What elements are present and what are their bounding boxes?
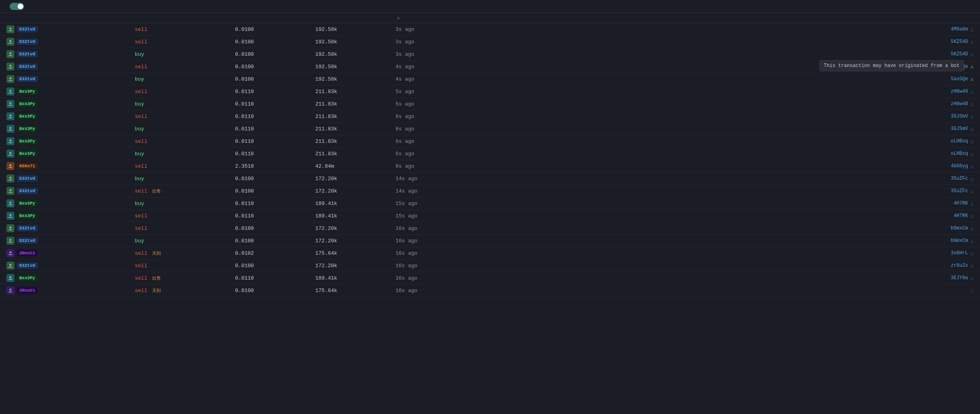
type-label: sell (135, 89, 147, 95)
warning-icon[interactable]: △ (970, 237, 974, 244)
transaction-cell: 5axGQe ⚠ (476, 76, 974, 82)
account-tag[interactable]: D32tvd (17, 237, 38, 244)
account-tag[interactable]: D32tvd (17, 188, 38, 194)
account-tag[interactable]: Bxx3Py (17, 213, 38, 219)
warning-icon[interactable]: △ (970, 163, 974, 169)
account-tag[interactable]: D32tvd (17, 51, 38, 57)
account-tag[interactable]: Bxx3Py (17, 275, 38, 281)
account-tag[interactable]: D32tvd (17, 175, 38, 182)
sol-value: 0.0110 (235, 201, 315, 207)
warning-icon[interactable]: △ (970, 138, 974, 144)
tx-hash[interactable]: 4H7RK (954, 213, 968, 219)
tx-hash[interactable]: oLHBsq (951, 151, 968, 156)
warning-icon[interactable]: △ (970, 126, 974, 132)
type-cell: sell (135, 225, 235, 231)
tx-hash[interactable]: 5KZS4D (951, 39, 968, 45)
warning-icon[interactable]: △ (970, 175, 974, 182)
account-tag[interactable]: Bxx3Py (17, 113, 38, 120)
warning-icon[interactable]: △ (970, 225, 974, 231)
avatar (6, 286, 14, 294)
bot-warning-icon[interactable]: ⚠ This transaction may have originated f… (970, 63, 974, 70)
avatar-icon (8, 126, 13, 131)
svg-point-17 (10, 239, 12, 241)
type-cell: buy (135, 201, 235, 207)
account-tag[interactable]: D32tvd (17, 39, 38, 45)
warning-icon[interactable]: △ (970, 200, 974, 207)
transaction-cell: 3EJY9a △ (476, 275, 974, 281)
tx-hash[interactable]: oLHBsq (951, 138, 968, 144)
svg-point-16 (10, 227, 12, 229)
tx-hash[interactable]: 3GJSmV (951, 114, 968, 119)
account-tag[interactable]: Bxx3Py (17, 88, 38, 95)
warning-icon[interactable]: △ (970, 213, 974, 219)
date-value: 16s ago (396, 263, 476, 269)
tx-hash[interactable]: zH8w48 (951, 89, 968, 94)
account-tag[interactable]: D32tvd (17, 76, 38, 82)
account-cell: Bxx3Py (6, 125, 135, 133)
warning-icon[interactable]: △ (970, 262, 974, 269)
bot-warning-icon[interactable]: ⚠ (970, 76, 974, 82)
tx-hash[interactable]: 35uZFc (951, 176, 968, 181)
warning-icon[interactable]: △ (970, 88, 974, 95)
avatar-icon (8, 189, 13, 193)
avatar (6, 63, 14, 71)
avatar (6, 162, 14, 170)
account-tag[interactable]: 2RnsC1 (17, 250, 38, 256)
warning-icon[interactable]: △ (970, 26, 974, 32)
warning-icon[interactable]: △ (970, 287, 974, 294)
tx-hash[interactable]: 3GJSmV (951, 126, 968, 132)
type-cell: sell (135, 213, 235, 219)
tx-hash[interactable]: 4bG6yg (951, 163, 968, 169)
account-tag[interactable]: Bxx3Py (17, 200, 38, 207)
transaction-cell: 4bG6yg △ (476, 163, 974, 169)
bot-tooltip: This transaction may have originated fro… (820, 60, 964, 71)
date-value: 6s ago (396, 151, 476, 157)
avatar (6, 212, 14, 220)
account-tag[interactable]: D32tvd (17, 225, 38, 231)
table-row: 2RnsC1 sell 天到 0.0100 175.64k 16s ago △ (0, 284, 980, 297)
type-cell: buy (135, 76, 235, 82)
tx-hash[interactable]: 3EJY9a (951, 275, 968, 281)
avatar (6, 125, 14, 133)
tx-hash[interactable]: bGmxCm (951, 225, 968, 231)
warning-icon[interactable]: △ (970, 150, 974, 157)
account-tag[interactable]: D32tvd (17, 63, 38, 70)
account-tag[interactable]: Bxx3Py (17, 138, 38, 144)
warning-icon[interactable]: △ (970, 39, 974, 45)
transaction-cell: 5KZS4D △ (476, 51, 974, 57)
tx-hash[interactable]: 3o6HrL (951, 250, 968, 256)
account-tag[interactable]: 6S0x71 (17, 163, 38, 169)
tx-hash[interactable]: zr8u2x (951, 263, 968, 268)
tx-hash[interactable]: 4H7RK (954, 201, 968, 206)
account-cell: Bxx3Py (6, 212, 135, 220)
date-value: 16s ago (396, 250, 476, 256)
account-tag[interactable]: Bxx3Py (17, 126, 38, 132)
warning-icon[interactable]: △ (970, 113, 974, 120)
tx-hash[interactable]: 35uZFc (951, 188, 968, 194)
gizmo-value: 211.83k (315, 138, 396, 144)
tx-hash[interactable]: 5axGQe (951, 76, 968, 82)
account-cell: Bxx3Py (6, 112, 135, 120)
warning-icon[interactable]: △ (970, 188, 974, 194)
table-header: ↻ (0, 13, 980, 23)
tx-hash[interactable]: 4M9a8m (951, 26, 968, 32)
avatar (6, 87, 14, 95)
svg-point-18 (10, 252, 12, 254)
account-tag[interactable]: Bxx3Py (17, 150, 38, 157)
account-tag[interactable]: Bxx3Py (17, 101, 38, 107)
account-tag[interactable]: 2RnsC1 (17, 287, 38, 294)
tx-hash[interactable]: bGmxCm (951, 238, 968, 244)
tx-hash[interactable]: 5KZS4D (951, 51, 968, 57)
warning-icon[interactable]: △ (970, 275, 974, 281)
warning-icon[interactable]: △ (970, 250, 974, 256)
refresh-icon[interactable]: ↻ (397, 15, 400, 20)
filter-toggle[interactable] (10, 3, 24, 10)
tx-hash[interactable]: 5axGQe (951, 64, 968, 69)
account-cell: 2RnsC1 (6, 249, 135, 257)
warning-icon[interactable]: △ (970, 51, 974, 57)
tx-hash[interactable]: zH8w48 (951, 101, 968, 107)
account-tag[interactable]: D32tvd (17, 26, 38, 32)
transaction-cell: oLHBsq △ (476, 150, 974, 157)
warning-icon[interactable]: △ (970, 101, 974, 107)
account-tag[interactable]: D32tvd (17, 262, 38, 269)
